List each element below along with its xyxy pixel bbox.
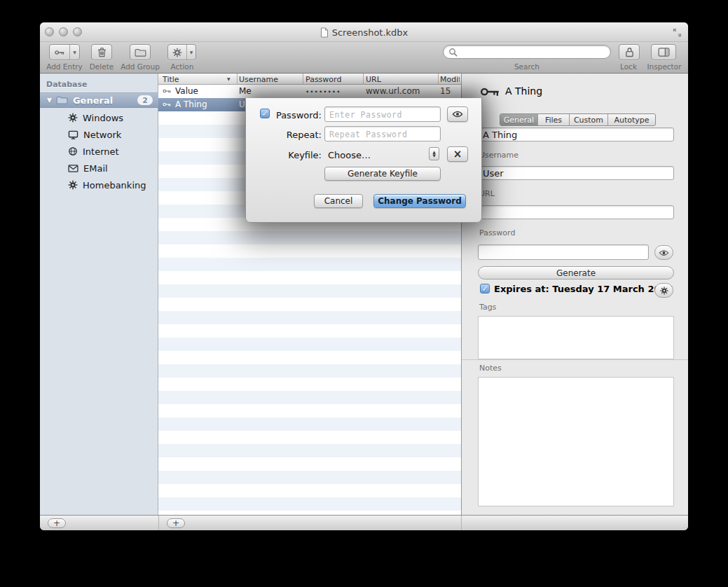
sidebar-header: Database [46,80,88,89]
pane-divider [158,516,159,530]
eye-icon [452,111,463,118]
change-password-button[interactable]: Change Password [373,194,466,208]
inspector-label: Inspector [640,62,688,71]
delete-button[interactable] [91,44,112,60]
show-password-button[interactable] [654,245,673,260]
generate-password-button[interactable]: Generate [478,266,674,279]
add-entry-plus-button[interactable]: + [167,518,185,528]
search-label: Search [499,62,555,71]
add-group-label: Add Group [116,62,165,71]
stepper-down-icon: ▼ [432,154,435,158]
sidebar-item-windows[interactable]: Windows [40,109,158,126]
column-header-modified[interactable]: Modified [440,75,460,84]
title-field[interactable] [478,127,674,141]
password-label: Password [479,228,515,237]
add-entry-button[interactable]: ▼ [49,44,80,60]
clear-keyfile-button[interactable]: × [447,146,468,162]
gear-icon [68,113,78,123]
sidebar-item-network[interactable]: Network [40,126,158,143]
tags-input[interactable] [478,316,674,359]
expires-checkbox[interactable]: ✓ [480,284,490,294]
sidebar-group-label: General [73,95,113,106]
column-header-username[interactable]: Username [239,75,301,84]
expires-settings-button[interactable] [654,283,673,298]
keyfile-stepper[interactable]: ▲ ▼ [429,147,439,160]
url-field[interactable] [478,205,674,219]
sidebar: Database ▼ General 2 Windows Network Int… [40,74,158,515]
gear-icon [68,180,78,190]
sheet-show-password-button[interactable] [447,106,468,122]
username-field[interactable] [478,166,674,180]
fullscreen-icon[interactable] [672,27,682,38]
cancel-button[interactable]: Cancel [314,194,363,208]
tab-general[interactable]: General [500,114,537,125]
column-header-url[interactable]: URL [366,75,434,84]
close-icon: × [453,148,462,160]
tab-autotype[interactable]: Autotype [607,114,655,125]
sidebar-item-email[interactable]: EMail [40,160,158,177]
folder-icon [56,96,68,104]
sheet-keyfile-label: Keyfile: [260,150,322,160]
sidebar-item-label: Network [83,130,121,140]
repeat-password-input[interactable] [324,126,441,141]
notes-input[interactable] [478,377,674,506]
gear-icon [660,286,668,295]
column-divider [363,74,364,85]
inspector-tabs: General Files Custom Autotype [500,113,656,126]
sidebar-group-general[interactable]: ▼ General 2 [40,92,158,108]
password-field[interactable] [478,244,649,260]
action-button[interactable]: ▼ [167,44,196,60]
envelope-icon [68,165,78,172]
key-icon [163,100,171,109]
inspector-panel-icon [658,48,670,57]
expires-label: Expires at: Tuesday 17 March 2015 [494,284,673,294]
document-icon [320,27,329,38]
search-input[interactable] [443,45,611,59]
entry-row-value[interactable]: Value Me •••••••• www.url.com 15 [158,85,461,98]
generate-keyfile-button[interactable]: Generate Keyfile [324,167,441,181]
globe-icon [68,146,78,156]
tab-custom[interactable]: Custom [569,114,607,125]
change-password-sheet: ✓ Password: Repeat: Keyfile: Choose… ▲ ▼… [245,98,482,223]
section-divider [462,359,688,360]
window-title: Screenshot.kdbx [332,27,408,38]
column-divider [303,74,303,85]
cell-title: Value [175,86,235,96]
enter-password-input[interactable] [324,106,441,122]
bottom-bar: + + [40,515,688,530]
lock-button[interactable] [619,44,640,60]
inspector-button[interactable] [651,44,676,60]
column-divider [237,74,238,85]
sidebar-item-label: Windows [83,113,123,123]
tab-files[interactable]: Files [537,114,569,125]
chevron-down-icon: ▼ [73,50,76,55]
sidebar-item-internet[interactable]: Internet [40,143,158,160]
sidebar-item-label: Homebanking [83,180,146,191]
cell-modified: 15 [440,86,460,96]
trash-icon [97,47,107,57]
inspector-panel: A Thing General Files Custom Autotype Us… [461,74,688,515]
lock-icon [625,47,634,57]
cell-password: •••••••• [305,88,362,95]
toolbar: ▼ Add Entry Delete Add Group ▼ Action Se… [40,42,688,74]
sheet-password-label: Password: [260,110,322,120]
gear-icon [168,45,186,60]
key-icon [50,45,69,60]
pane-divider [461,516,462,530]
add-group-plus-button[interactable]: + [48,518,66,528]
group-count-badge: 2 [137,95,153,105]
sidebar-item-label: EMail [83,163,108,174]
title-bar: Screenshot.kdbx [40,22,688,42]
chevron-down-icon: ▼ [190,50,193,55]
entry-list-header: Title ▼ Username Password URL Modified [158,74,461,85]
keyfile-popup-value[interactable]: Choose… [328,150,371,160]
app-window: Screenshot.kdbx ▼ Add Entry Delete Add G… [40,22,688,530]
disclosure-triangle-icon[interactable]: ▼ [47,97,52,104]
entry-key-icon [480,81,500,102]
sheet-repeat-label: Repeat: [260,130,322,140]
sidebar-item-homebanking[interactable]: Homebanking [40,177,158,193]
column-header-password[interactable]: Password [305,75,362,84]
add-group-button[interactable] [130,44,151,60]
cell-username: Me [239,86,301,96]
column-header-title[interactable]: Title [163,75,229,84]
